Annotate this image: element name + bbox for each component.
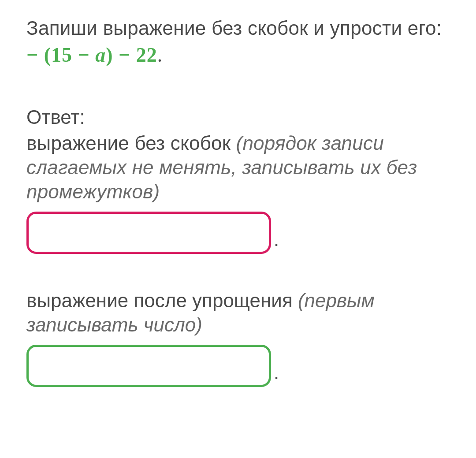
expression-without-brackets-input[interactable] xyxy=(26,212,271,254)
simplified-expression-input[interactable] xyxy=(26,345,271,387)
expr-period: . xyxy=(157,44,163,66)
period-1: . xyxy=(274,228,279,250)
section1-description: выражение без скобок (порядок записи сла… xyxy=(26,131,450,204)
answer-label: Ответ: xyxy=(26,106,450,128)
period-2: . xyxy=(274,361,279,384)
expr-suffix: ) − 22 xyxy=(106,44,157,66)
expr-variable: a xyxy=(95,44,106,66)
section2-description: выражение после упрощения (первым записы… xyxy=(26,288,450,337)
section1-text: выражение без скобок xyxy=(26,132,236,154)
section2-text: выражение после упрощения xyxy=(26,290,298,311)
input-row-2: . xyxy=(26,345,450,387)
expr-prefix: − (15 − xyxy=(26,44,95,66)
math-expression: − (15 − a) − 22. xyxy=(26,43,450,67)
problem-instruction: Запиши выражение без скобок и упрости ег… xyxy=(26,15,450,41)
input-row-1: . xyxy=(26,212,450,254)
